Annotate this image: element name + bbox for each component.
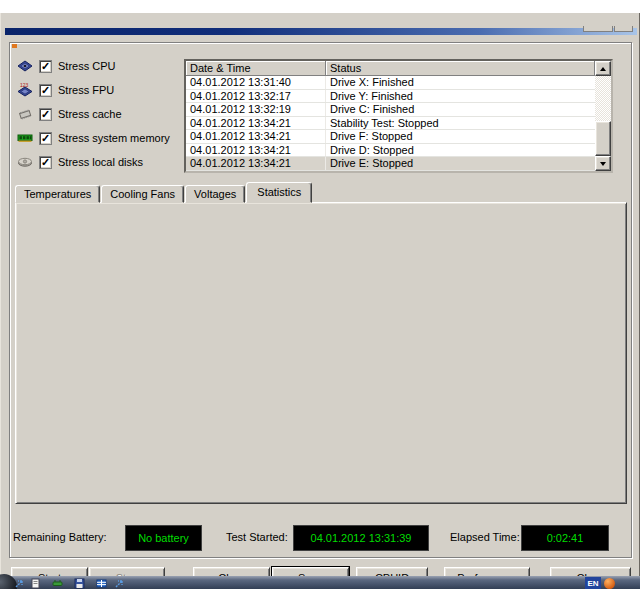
log-status-cell: Drive Y: Finished (326, 90, 595, 103)
log-row[interactable]: 04.01.2012 13:31:40Drive X: Finished (186, 76, 595, 90)
log-status-cell: Drive E: Stopped (326, 157, 595, 170)
stress-option-label: Stress local disks (58, 156, 143, 168)
screen: ✓Stress CPU123✓Stress FPU✓Stress cache✓S… (0, 0, 640, 589)
stress-checkbox[interactable]: ✓ (39, 132, 52, 145)
stress-option-row: ✓Stress local disks (17, 150, 182, 174)
scroll-down-icon[interactable] (595, 156, 611, 171)
scroll-up-icon[interactable] (595, 61, 611, 76)
stress-option-row: 123✓Stress FPU (17, 78, 182, 102)
event-log-rows: 04.01.2012 13:31:40Drive X: Finished04.0… (186, 76, 595, 171)
elapsed-time-label: Elapsed Time: (450, 531, 520, 543)
log-datetime-cell: 04.01.2012 13:31:40 (186, 76, 326, 89)
log-datetime-cell: 04.01.2012 13:34:21 (186, 157, 326, 170)
log-datetime-cell: 04.01.2012 13:34:21 (186, 130, 326, 143)
log-row[interactable]: 04.01.2012 13:34:21Drive E: Stopped (186, 157, 595, 171)
event-log-list: Date & Time Status 04.01.2012 13:31:40Dr… (184, 59, 613, 173)
scrollbar-track[interactable] (595, 76, 611, 156)
grid-icon[interactable] (96, 578, 107, 589)
stress-checkbox[interactable]: ✓ (39, 156, 52, 169)
battery-value-display: No battery (125, 525, 202, 551)
log-status-cell: Drive C: Finished (326, 103, 595, 116)
test-started-label: Test Started: (226, 531, 288, 543)
log-row[interactable]: 04.01.2012 13:34:21Stability Test: Stopp… (186, 117, 595, 131)
close-window-button[interactable] (614, 26, 633, 32)
log-row[interactable]: 04.01.2012 13:34:21Drive F: Stopped (186, 130, 595, 144)
log-status-cell: Stability Test: Stopped (326, 117, 595, 130)
log-status-cell: Drive X: Finished (326, 76, 595, 89)
tab-statistics[interactable]: Statistics (246, 182, 312, 203)
stress-option-row: ✓Stress cache (17, 102, 182, 126)
tab-panel (15, 202, 627, 504)
log-datetime-cell: 04.01.2012 13:34:21 (186, 117, 326, 130)
cpu-icon (17, 59, 35, 74)
stress-option-label: Stress system memory (58, 132, 170, 144)
log-column-status[interactable]: Status (326, 61, 595, 76)
log-datetime-cell: 04.01.2012 13:32:19 (186, 103, 326, 116)
stress-option-label: Stress FPU (58, 84, 114, 96)
connector-icon[interactable] (52, 578, 63, 589)
stress-option-row: ✓Stress CPU (17, 54, 182, 78)
arrow-icon[interactable] (14, 578, 25, 589)
log-row[interactable]: 04.01.2012 13:32:19Drive C: Finished (186, 103, 595, 117)
fpu-icon: 123 (17, 83, 35, 98)
arrow-icon[interactable] (114, 578, 125, 589)
tab-cooling-fans[interactable]: Cooling Fans (101, 185, 184, 203)
stress-option-label: Stress CPU (58, 60, 115, 72)
tray-app-icon[interactable] (604, 578, 615, 589)
window-titlebar[interactable] (5, 28, 637, 35)
tab-temperatures[interactable]: Temperatures (15, 185, 100, 203)
stress-checkbox[interactable]: ✓ (39, 60, 52, 73)
minimize-button[interactable] (583, 26, 613, 32)
language-indicator[interactable]: EN (585, 577, 601, 589)
stress-checkbox[interactable]: ✓ (39, 84, 52, 97)
stress-checkbox[interactable]: ✓ (39, 108, 52, 121)
scrollbar-thumb[interactable] (595, 121, 611, 156)
log-status-cell: Drive D: Stopped (326, 144, 595, 157)
memory-icon (17, 131, 35, 146)
stress-options: ✓Stress CPU123✓Stress FPU✓Stress cache✓S… (17, 54, 182, 174)
log-column-datetime[interactable]: Date & Time (186, 61, 326, 76)
document-icon[interactable] (30, 578, 41, 589)
log-scrollbar[interactable] (595, 61, 611, 171)
stress-option-row: ✓Stress system memory (17, 126, 182, 150)
log-status-cell: Drive F: Stopped (326, 130, 595, 143)
floppy-icon[interactable] (74, 578, 85, 589)
stability-test-window: ✓Stress CPU123✓Stress FPU✓Stress cache✓S… (0, 13, 640, 576)
log-datetime-cell: 04.01.2012 13:32:17 (186, 90, 326, 103)
stress-option-label: Stress cache (58, 108, 122, 120)
tab-strip: TemperaturesCooling FansVoltagesStatisti… (15, 182, 313, 203)
log-row[interactable]: 04.01.2012 13:32:17Drive Y: Finished (186, 90, 595, 104)
tab-voltages[interactable]: Voltages (185, 185, 245, 203)
log-row[interactable]: 04.01.2012 13:34:21Drive D: Stopped (186, 144, 595, 158)
cache-icon (17, 107, 35, 122)
log-datetime-cell: 04.01.2012 13:34:21 (186, 144, 326, 157)
test-started-display: 04.01.2012 13:31:39 (293, 525, 429, 551)
battery-label: Remaining Battery: (13, 531, 107, 543)
elapsed-time-display: 0:02:41 (521, 525, 609, 551)
event-log-header: Date & Time Status (186, 61, 595, 76)
disk-icon (17, 155, 35, 170)
